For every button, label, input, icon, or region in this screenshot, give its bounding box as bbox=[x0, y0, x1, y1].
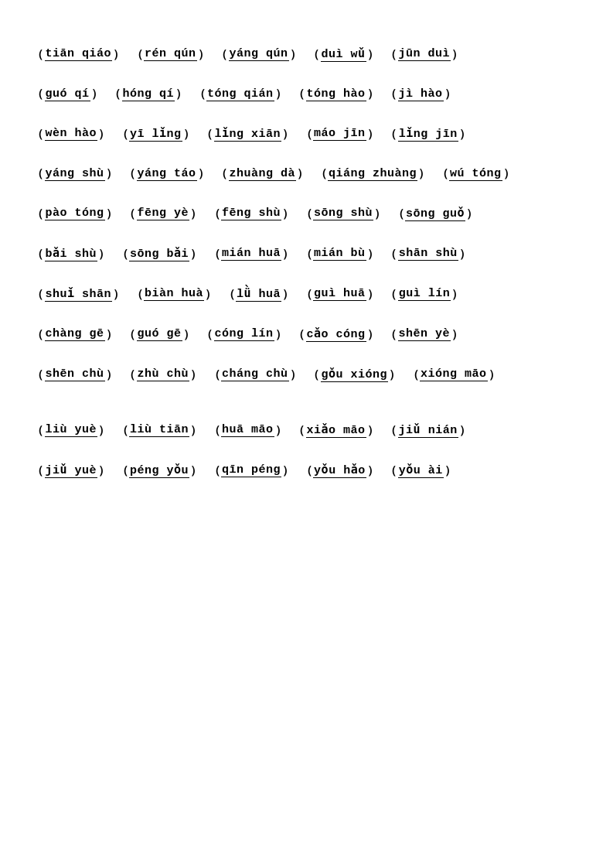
item-1-2: （ tóng qián ） bbox=[193, 87, 288, 101]
open-paren-10-2: （ bbox=[208, 423, 222, 438]
close-paren-6-4: ） bbox=[451, 287, 465, 302]
item-3-4: （ wú tóng ） bbox=[436, 166, 516, 181]
close-paren-5-2: ） bbox=[281, 247, 295, 261]
close-paren-10-1: ） bbox=[189, 423, 203, 438]
open-paren-11-1: （ bbox=[116, 463, 130, 478]
item-4-3: （ sōng shù ） bbox=[300, 207, 387, 221]
item-7-2: （ cóng lín ） bbox=[200, 327, 288, 342]
item-11-1: （ péng yǒu ） bbox=[116, 463, 203, 478]
open-paren-3-3: （ bbox=[315, 166, 329, 181]
text-7-0: chàng gē bbox=[45, 327, 105, 341]
close-paren-7-4: ） bbox=[451, 327, 465, 342]
item-2-4: （ lǐng jīn ） bbox=[384, 126, 472, 142]
item-4-2: （ fēng shù ） bbox=[208, 207, 295, 221]
close-paren-3-3: ） bbox=[417, 166, 431, 181]
close-paren-0-2: ） bbox=[289, 47, 303, 62]
item-11-4: （ yǒu ài ） bbox=[384, 463, 457, 478]
item-3-2: （ zhuàng dà ） bbox=[215, 166, 310, 181]
text-11-4: yǒu ài bbox=[398, 463, 444, 478]
close-paren-3-0: ） bbox=[105, 166, 119, 181]
text-2-0: wèn hào bbox=[45, 127, 98, 141]
open-paren-11-0: （ bbox=[31, 463, 45, 478]
text-1-3: tóng hào bbox=[306, 87, 366, 101]
item-0-4: （ jūn duì ） bbox=[384, 47, 465, 62]
open-paren-0-0: （ bbox=[31, 47, 45, 62]
open-paren-10-1: （ bbox=[116, 423, 130, 438]
item-0-1: （ rén qún ） bbox=[131, 47, 211, 62]
text-8-0: shēn chù bbox=[45, 367, 105, 381]
text-1-1: hóng qí bbox=[122, 87, 175, 101]
open-paren-6-1: （ bbox=[131, 287, 145, 302]
page: （ tiān qiáo ）（ rén qún ）（ yáng qún ）（ du… bbox=[0, 0, 613, 868]
close-paren-10-2: ） bbox=[274, 423, 288, 438]
row-10: （ liù yuè ）（ liù tiān ）（ huā māo ）（ xiǎo… bbox=[31, 422, 582, 441]
item-7-4: （ shēn yè ） bbox=[384, 327, 465, 342]
item-11-0: （ jiǔ yuè ） bbox=[31, 463, 111, 478]
item-10-2: （ huā māo ） bbox=[208, 423, 288, 438]
close-paren-6-2: ） bbox=[281, 287, 295, 302]
close-paren-11-4: ） bbox=[444, 463, 458, 478]
open-paren-6-4: （ bbox=[384, 287, 398, 302]
close-paren-1-4: ） bbox=[444, 87, 458, 101]
text-7-4: shēn yè bbox=[398, 327, 451, 341]
open-paren-4-2: （ bbox=[208, 207, 222, 221]
item-1-1: （ hóng qí ） bbox=[108, 87, 189, 101]
item-8-1: （ zhù chù ） bbox=[123, 367, 203, 382]
text-4-4: sōng guǒ bbox=[405, 206, 465, 221]
text-8-2: cháng chù bbox=[221, 367, 289, 381]
text-2-4: lǐng jīn bbox=[398, 126, 458, 142]
item-5-2: （ mián huā ） bbox=[208, 247, 295, 261]
open-paren-11-4: （ bbox=[384, 463, 398, 478]
item-4-1: （ fēng yè ） bbox=[123, 207, 203, 221]
open-paren-0-4: （ bbox=[384, 47, 398, 62]
close-paren-6-3: ） bbox=[366, 287, 380, 302]
open-paren-8-3: （ bbox=[307, 367, 321, 382]
close-paren-4-2: ） bbox=[281, 207, 295, 221]
row-6: （ shuǐ shān ）（ biàn huà ）（ lǜ huā ）（ guì… bbox=[31, 286, 582, 305]
open-paren-5-2: （ bbox=[208, 247, 222, 261]
open-paren-5-3: （ bbox=[300, 247, 314, 261]
item-3-3: （ qiáng zhuàng ） bbox=[315, 166, 431, 181]
text-10-1: liù tiān bbox=[129, 423, 189, 437]
text-3-0: yáng shù bbox=[45, 167, 105, 181]
item-6-2: （ lǜ huā ） bbox=[223, 286, 295, 302]
item-6-3: （ guì huā ） bbox=[300, 287, 380, 302]
open-paren-8-4: （ bbox=[407, 367, 421, 382]
open-paren-7-1: （ bbox=[123, 327, 137, 342]
row-0: （ tiān qiáo ）（ rén qún ）（ yáng qún ）（ du… bbox=[31, 46, 582, 65]
close-paren-4-4: ） bbox=[465, 207, 479, 221]
close-paren-8-0: ） bbox=[105, 367, 119, 382]
open-paren-3-0: （ bbox=[31, 166, 45, 181]
close-paren-10-4: ） bbox=[458, 423, 472, 438]
text-10-2: huā māo bbox=[221, 423, 274, 437]
close-paren-8-3: ） bbox=[388, 367, 402, 382]
item-0-0: （ tiān qiáo ） bbox=[31, 47, 126, 62]
item-6-4: （ guì lín ） bbox=[384, 287, 465, 302]
close-paren-4-0: ） bbox=[105, 207, 119, 221]
close-paren-3-1: ） bbox=[197, 166, 211, 181]
item-2-3: （ máo jīn ） bbox=[300, 127, 380, 142]
item-8-3: （ gǒu xióng ） bbox=[307, 367, 402, 382]
text-6-2: lǜ huā bbox=[236, 286, 281, 302]
text-0-1: rén qún bbox=[144, 47, 197, 61]
close-paren-1-2: ） bbox=[274, 87, 288, 101]
item-10-3: （ xiǎo māo ） bbox=[292, 422, 380, 438]
text-11-0: jiǔ yuè bbox=[45, 463, 98, 478]
item-1-0: （ guó qí ） bbox=[31, 87, 104, 101]
row-4: （ pào tóng ）（ fēng yè ）（ fēng shù ）（ sōn… bbox=[31, 206, 582, 224]
text-1-4: jì hào bbox=[398, 87, 444, 101]
open-paren-7-3: （ bbox=[292, 327, 306, 342]
open-paren-6-0: （ bbox=[31, 287, 45, 302]
open-paren-6-3: （ bbox=[300, 287, 314, 302]
item-7-0: （ chàng gē ） bbox=[31, 327, 118, 342]
close-paren-0-1: ） bbox=[197, 47, 211, 62]
close-paren-2-1: ） bbox=[182, 127, 196, 142]
text-3-4: wú tóng bbox=[449, 167, 502, 181]
open-paren-2-4: （ bbox=[384, 127, 398, 142]
close-paren-7-1: ） bbox=[182, 327, 196, 342]
open-paren-4-1: （ bbox=[123, 207, 137, 221]
open-paren-10-3: （ bbox=[292, 423, 306, 438]
text-0-0: tiān qiáo bbox=[45, 47, 113, 61]
item-0-3: （ duì wǔ ） bbox=[307, 46, 380, 62]
row-5: （ bǎi shù ）（ sōng bǎi ）（ mián huā ）（ miá… bbox=[31, 246, 582, 265]
